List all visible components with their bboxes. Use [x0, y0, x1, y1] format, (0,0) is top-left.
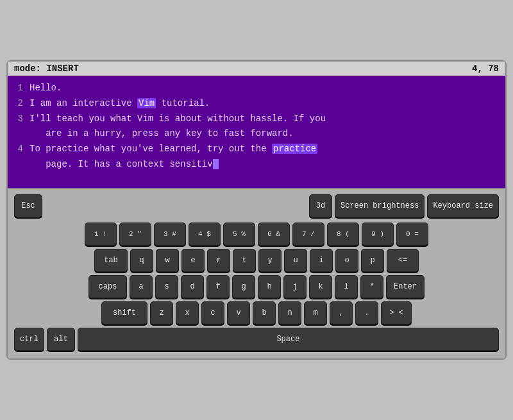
highlight-practice: practice [272, 144, 317, 154]
key-2[interactable]: 2 " [119, 223, 151, 246]
editor-line-4: 4 To practice what you've learned, try o… [14, 142, 499, 172]
key-ltgt[interactable]: > < [381, 301, 412, 324]
key-8[interactable]: 8 ( [327, 223, 359, 246]
key-y[interactable]: y [258, 249, 282, 272]
highlight-vim: Vim [137, 98, 156, 108]
key-f[interactable]: f [206, 275, 230, 298]
key-7[interactable]: 7 / [292, 223, 324, 246]
key-w[interactable]: w [156, 249, 179, 272]
key-l[interactable]: l [335, 275, 358, 298]
main-container: mode: INSERT 4, 78 1 Hello. 2 I am an in… [6, 60, 507, 360]
editor-area: mode: INSERT 4, 78 1 Hello. 2 I am an in… [8, 62, 505, 189]
key-q[interactable]: q [130, 249, 153, 272]
status-bar: mode: INSERT 4, 78 [8, 62, 505, 76]
key-t[interactable]: t [233, 249, 256, 272]
key-j[interactable]: j [283, 275, 307, 298]
key-a[interactable]: a [130, 275, 153, 298]
key-tab[interactable]: tab [94, 249, 128, 272]
key-6[interactable]: 6 & [258, 223, 290, 246]
keyboard-top-right-buttons: 3d Screen brightness Keyboard size [309, 194, 499, 217]
editor-content: 1 Hello. 2 I am an interactive Vim tutor… [8, 76, 505, 188]
line-num-2: 2 [14, 96, 23, 112]
key-c[interactable]: c [201, 301, 224, 324]
line-num-4: 4 [14, 142, 23, 172]
esc-key[interactable]: Esc [14, 194, 42, 217]
line-text-2: I am an interactive Vim tutorial. [29, 96, 210, 112]
keyboard-area: Esc 3d Screen brightness Keyboard size 1… [8, 189, 505, 358]
key-h[interactable]: h [258, 275, 281, 298]
key-period[interactable]: . [355, 301, 378, 324]
key-ctrl[interactable]: ctrl [14, 328, 44, 351]
text-cursor [213, 159, 219, 169]
asdf-row: caps a s d f g h j k l * Enter [14, 275, 499, 298]
key-alt[interactable]: alt [47, 328, 75, 351]
3d-button[interactable]: 3d [309, 194, 332, 217]
zxcv-row: shift z x c v b n m , . > < [14, 301, 499, 324]
key-k[interactable]: k [309, 275, 332, 298]
key-backspace[interactable]: <= [387, 249, 419, 272]
key-u[interactable]: u [284, 249, 307, 272]
key-space[interactable]: Space [78, 328, 499, 351]
line-text-3: I'll teach you what Vim is about without… [29, 112, 326, 142]
key-5[interactable]: 5 % [223, 223, 255, 246]
editor-mode: mode: INSERT [14, 63, 79, 74]
key-n[interactable]: n [278, 301, 301, 324]
line-num-3: 3 [14, 112, 23, 142]
key-enter[interactable]: Enter [386, 275, 425, 298]
key-z[interactable]: z [150, 301, 173, 324]
key-e[interactable]: e [181, 249, 205, 272]
key-3[interactable]: 3 # [154, 223, 186, 246]
key-i[interactable]: i [310, 249, 333, 272]
key-shift[interactable]: shift [101, 301, 147, 324]
key-9[interactable]: 9 ) [362, 223, 394, 246]
key-x[interactable]: x [176, 301, 199, 324]
key-star[interactable]: * [360, 275, 383, 298]
editor-line-3: 3 I'll teach you what Vim is about witho… [14, 112, 499, 142]
key-m[interactable]: m [304, 301, 327, 324]
key-s[interactable]: s [155, 275, 178, 298]
editor-position: 4, 78 [472, 63, 499, 74]
bottom-row: ctrl alt Space [14, 328, 499, 351]
key-g[interactable]: g [232, 275, 255, 298]
key-o[interactable]: o [335, 249, 358, 272]
key-caps[interactable]: caps [88, 275, 127, 298]
line-text-4: To practice what you've learned, try out… [29, 142, 317, 172]
key-r[interactable]: r [207, 249, 230, 272]
line-text-1: Hello. [29, 81, 62, 96]
keyboard-size-button[interactable]: Keyboard size [427, 194, 499, 217]
keyboard-top-row: Esc 3d Screen brightness Keyboard size [14, 194, 499, 217]
key-p[interactable]: p [361, 249, 384, 272]
number-row: 1 ! 2 " 3 # 4 $ 5 % 6 & 7 / 8 ( 9 ) 0 = [14, 223, 499, 246]
key-0[interactable]: 0 = [396, 223, 428, 246]
editor-line-2: 2 I am an interactive Vim tutorial. [14, 96, 499, 112]
editor-line-1: 1 Hello. [14, 81, 499, 96]
qwerty-row: tab q w e r t y u i o p <= [14, 249, 499, 272]
keyboard-rows: 1 ! 2 " 3 # 4 $ 5 % 6 & 7 / 8 ( 9 ) 0 = … [14, 223, 499, 351]
key-4[interactable]: 4 $ [189, 223, 221, 246]
screen-brightness-button[interactable]: Screen brightness [335, 194, 425, 217]
key-d[interactable]: d [181, 275, 204, 298]
key-v[interactable]: v [227, 301, 250, 324]
line-num-1: 1 [14, 81, 23, 96]
key-1[interactable]: 1 ! [85, 223, 117, 246]
key-b[interactable]: b [253, 301, 276, 324]
key-comma[interactable]: , [330, 301, 353, 324]
